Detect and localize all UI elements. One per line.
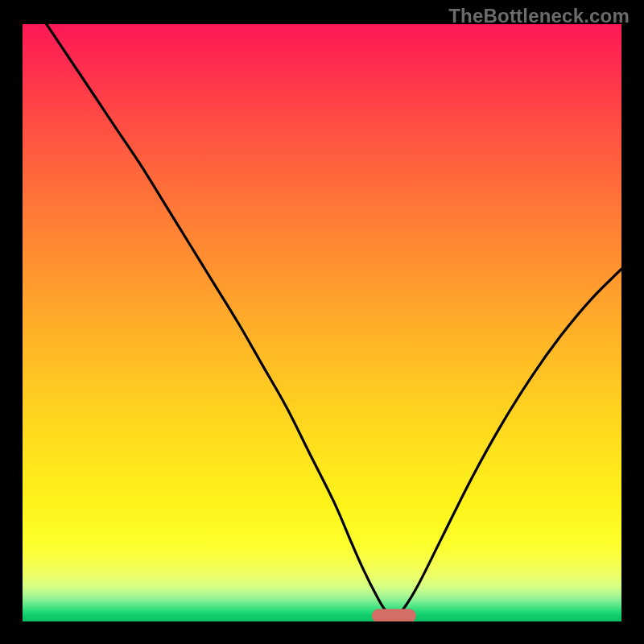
curve-svg xyxy=(23,24,621,621)
chart-frame: TheBottleneck.com xyxy=(0,0,644,644)
optimum-marker xyxy=(372,609,415,621)
plot-area xyxy=(23,24,621,621)
watermark-text: TheBottleneck.com xyxy=(448,5,630,27)
bottleneck-curve-path xyxy=(47,24,621,616)
